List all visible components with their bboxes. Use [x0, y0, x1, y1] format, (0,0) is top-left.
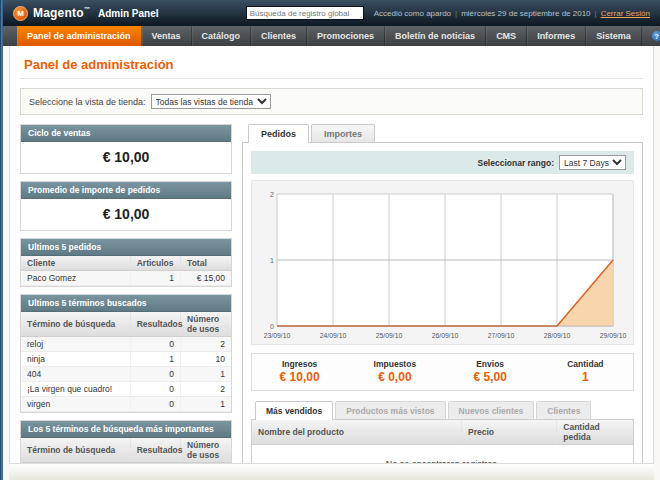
nav-item[interactable]: Panel de administración [17, 26, 142, 46]
column-header: Número de usos [181, 312, 231, 337]
panel-title: Ciclo de ventas [21, 125, 231, 142]
svg-text:1: 1 [270, 257, 274, 264]
global-search-input[interactable] [246, 6, 364, 20]
products-grid: Nombre del producto Precio Cantidad pedi… [251, 419, 634, 464]
grid-tab[interactable]: Productos más vistos [335, 401, 445, 419]
stat-value: € 0,00 [347, 370, 442, 384]
nav-item[interactable]: Catálogo [192, 26, 252, 46]
grid-tab[interactable]: Más vendidos [255, 401, 333, 420]
stat-value: € 5,00 [443, 370, 538, 384]
nav-item[interactable]: Sistema [586, 26, 642, 46]
table-row[interactable]: ¡La virgen que cuadro! 0 2 [21, 382, 231, 397]
column-header: Resultados [130, 312, 180, 337]
stat: Ingresos € 10,00 [252, 359, 347, 384]
range-selector: Seleccionar rango: Last 7 Days [251, 151, 634, 174]
range-select[interactable]: Last 7 Days [559, 155, 626, 170]
empty-message: No se encontraron registros. [252, 445, 633, 465]
dashboard-sidebar: Ciclo de ventas € 10,00 Promedio de impo… [20, 124, 232, 464]
column-header[interactable]: Nombre del producto [252, 420, 462, 445]
orders-chart: 01223/09/1024/09/1025/09/1026/09/1027/09… [251, 180, 634, 345]
stat-label: Impuestos [347, 359, 442, 369]
column-header: Término de búsqueda [21, 312, 130, 337]
session-info: Accedió como apardo | miércoles 29 de se… [374, 9, 650, 18]
stat-label: Envios [443, 359, 538, 369]
column-header: Resultados [130, 438, 180, 463]
magento-admin-window: M Magento™ Admin Panel Accedió como apar… [0, 0, 660, 480]
stat-label: Cantidad [538, 359, 633, 369]
grid-tab[interactable]: Nuevos clientes [448, 401, 535, 419]
stat: Envios € 5,00 [443, 359, 538, 384]
svg-text:27/09/10: 27/09/10 [487, 332, 514, 339]
svg-text:26/09/10: 26/09/10 [431, 332, 458, 339]
table-row[interactable]: ninja 1 10 [21, 352, 231, 367]
logo-text: Magento™ [33, 6, 90, 20]
store-view-select[interactable]: Todas las vistas de tienda [151, 94, 271, 109]
svg-text:23/09/10: 23/09/10 [263, 332, 290, 339]
average-order-panel: Promedio de importe de pedidos € 10,00 [20, 181, 232, 231]
magento-logo: M Magento™ Admin Panel [13, 6, 159, 21]
dashboard-main: PedidosImportes Seleccionar rango: Last … [242, 124, 643, 464]
last-orders-panel: Ultimos 5 pedidos Cliente Articulos Tota… [20, 238, 232, 287]
column-header[interactable]: Precio [462, 420, 557, 445]
stat-label: Ingresos [252, 359, 347, 369]
stat-value: € 10,00 [252, 370, 347, 384]
svg-text:25/09/10: 25/09/10 [375, 332, 402, 339]
top-header: M Magento™ Admin Panel Accedió como apar… [3, 0, 660, 26]
top-search-terms-panel: Los 5 términos de búsqueda más important… [20, 420, 232, 464]
svg-text:2: 2 [270, 191, 274, 198]
report-tab[interactable]: Importes [311, 124, 375, 142]
table-row[interactable]: 404 0 1 [21, 367, 231, 382]
nav-item[interactable]: Promociones [307, 26, 385, 46]
orders-card: Seleccionar rango: Last 7 Days 01223/09/… [242, 142, 643, 464]
separator: | [595, 9, 597, 18]
logged-in-as: Accedió como apardo [374, 9, 451, 18]
column-header[interactable]: Cantidad pedida [557, 420, 633, 445]
window-left-border [0, 0, 3, 480]
grid-tab[interactable]: Clientes [536, 401, 591, 419]
sales-cycle-panel: Ciclo de ventas € 10,00 [20, 124, 232, 174]
logout-link[interactable]: Cerrar Sesión [601, 9, 650, 18]
main-nav: Panel de administraciónVentasCatálogoCli… [3, 26, 660, 46]
report-tab[interactable]: Pedidos [248, 124, 309, 143]
stat: Impuestos € 0,00 [347, 359, 442, 384]
store-view-label: Seleccione la vista de tienda: [29, 97, 146, 107]
range-label: Seleccionar rango: [477, 158, 554, 168]
stat: Cantidad 1 [538, 359, 633, 384]
nav-items: Panel de administraciónVentasCatálogoCli… [17, 26, 642, 46]
report-tabs: PedidosImportes [242, 124, 643, 142]
nav-item[interactable]: Informes [527, 26, 586, 46]
column-header: Articulos [130, 256, 180, 271]
panel-title: Ultimos 5 pedidos [21, 239, 231, 256]
sales-cycle-value: € 10,00 [21, 142, 231, 173]
svg-text:29/09/10: 29/09/10 [599, 332, 626, 339]
table-row[interactable]: virgen 0 1 [21, 397, 231, 412]
column-header: Total [181, 256, 231, 271]
help-link[interactable]: ? Obtener ayuda para esta página [642, 26, 660, 46]
average-order-value: € 10,00 [21, 199, 231, 230]
table-row[interactable]: reloj 0 2 [21, 337, 231, 352]
separator: | [455, 9, 457, 18]
stat-value: 1 [538, 370, 633, 384]
nav-item[interactable]: Ventas [142, 26, 192, 46]
svg-text:28/09/10: 28/09/10 [543, 332, 570, 339]
store-view-chooser: Seleccione la vista de tienda: Todas las… [20, 88, 643, 115]
grid-tabs: Más vendidosProductos más vistosNuevos c… [251, 401, 634, 419]
page-title: Panel de administración [24, 57, 639, 72]
title-divider [20, 78, 643, 79]
table-row[interactable]: Paco Gomez 1 € 15,00 [21, 271, 231, 286]
panel-title: Promedio de importe de pedidos [21, 182, 231, 199]
footer [9, 464, 654, 480]
panel-title: Ultimos 5 términos buscados [21, 295, 231, 312]
orders-chart-svg: 01223/09/1024/09/1025/09/1026/09/1027/09… [257, 186, 629, 342]
panel-title: Los 5 términos de búsqueda más important… [21, 421, 231, 438]
nav-item[interactable]: CMS [486, 26, 527, 46]
nav-item[interactable]: Clientes [251, 26, 307, 46]
logo-suffix: Admin Panel [98, 8, 159, 19]
last-search-terms-panel: Ultimos 5 términos buscados Término de b… [20, 294, 232, 413]
nav-item[interactable]: Boletín de noticias [385, 26, 486, 46]
totals-strip: Ingresos € 10,00 Impuestos € 0,00 Envios… [251, 353, 634, 391]
magento-logo-icon: M [13, 6, 28, 21]
column-header: Número de usos [181, 438, 231, 463]
svg-text:0: 0 [270, 323, 274, 330]
content-frame: Panel de administración Seleccione la vi… [9, 46, 654, 464]
